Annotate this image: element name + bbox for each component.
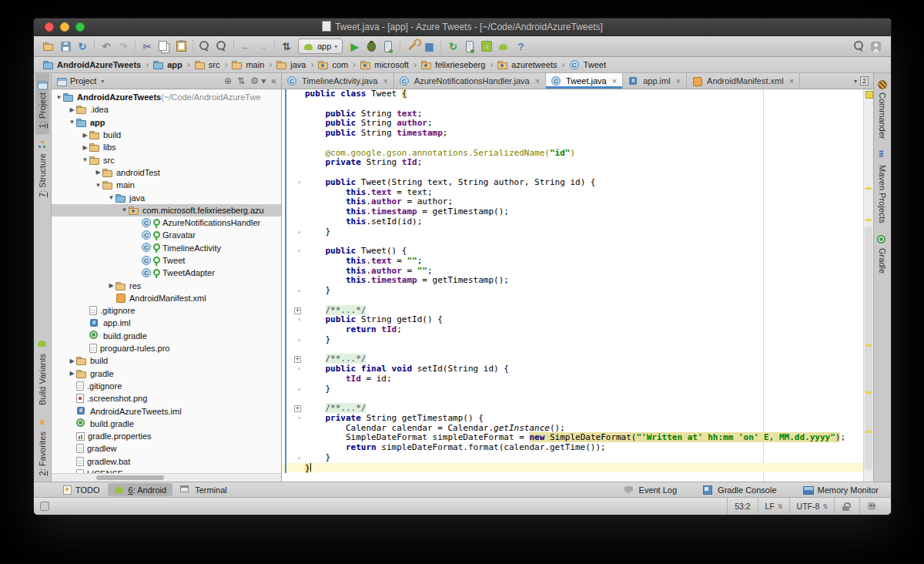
widget-gradle-console[interactable]: Gradle Console xyxy=(697,484,782,495)
paste-icon[interactable] xyxy=(172,39,189,54)
tree-item-androidazuretweets-iml[interactable]: AndroidAzureTweets.iml xyxy=(52,405,281,417)
widget-memory-monitor[interactable]: Memory Monitor xyxy=(797,484,885,495)
code-editor[interactable]: public class Tweet { public String text;… xyxy=(282,89,873,482)
breadcrumb-item[interactable]: com xyxy=(316,59,350,70)
tree-item-build[interactable]: ▶build xyxy=(52,354,281,367)
tree-item-tweet[interactable]: Tweet xyxy=(52,254,281,267)
breadcrumb-item[interactable]: app xyxy=(152,59,184,70)
tree-item-license[interactable]: LICENSE xyxy=(52,468,281,473)
search-everywhere-icon[interactable] xyxy=(851,39,868,54)
chevron-right-icon[interactable]: ▶ xyxy=(107,282,116,289)
fold-expand-icon[interactable]: + xyxy=(294,405,301,412)
attach-debugger-icon[interactable] xyxy=(380,39,397,54)
tree-item--idea[interactable]: ▶.idea xyxy=(52,103,281,116)
device-monitor-icon[interactable] xyxy=(461,39,478,54)
tree-item-proguard-rules-pro[interactable]: proguard-rules.pro xyxy=(52,342,281,354)
warning-stripe-mark[interactable] xyxy=(865,344,872,347)
avd-manager-icon[interactable] xyxy=(403,39,420,54)
tree-item-com-microsoft-felixrieseberg-azu[interactable]: ▼com.microsoft.felixrieseberg.azu xyxy=(52,204,281,217)
editor-tab-app-iml[interactable]: app.iml× xyxy=(623,73,687,89)
tree-item-res[interactable]: ▶res xyxy=(52,279,281,291)
locate-icon[interactable]: ⊕ xyxy=(224,76,232,86)
tree-item-main[interactable]: ▼main xyxy=(52,179,281,191)
breadcrumb-item[interactable]: java xyxy=(275,59,307,70)
chevron-right-icon[interactable]: ▶ xyxy=(81,132,89,139)
tree-item-androidazuretweets[interactable]: ▼AndroidAzureTweets (~/Code/AndroidAzure… xyxy=(52,91,281,103)
toolwindow-button--structure[interactable]: 7: Structure xyxy=(35,134,49,203)
close-tab-icon[interactable]: × xyxy=(612,76,617,86)
chevron-down-icon[interactable]: ▼ xyxy=(81,156,89,163)
cut-icon[interactable]: ✂ xyxy=(139,39,156,54)
toolwindow-button-commander[interactable]: Commander xyxy=(875,73,889,146)
tree-item-build-gradle[interactable]: build.gradle xyxy=(52,330,281,342)
tab-list-dropdown-icon[interactable]: ▾ xyxy=(854,78,857,85)
split-count-badge[interactable]: 2 xyxy=(860,76,869,86)
android-icon[interactable] xyxy=(495,39,512,54)
chevron-right-icon[interactable]: ▶ xyxy=(81,144,89,151)
toolwindow-button-build-variants[interactable]: Build Variants xyxy=(35,333,49,411)
chevron-right-icon[interactable]: ▶ xyxy=(68,358,76,364)
tree-item-androidmanifest-xml[interactable]: AndroidManifest.xml xyxy=(52,292,281,304)
encoding-widget[interactable]: UTF-8⇅ xyxy=(789,498,834,515)
editor-tab-androidmanifest-xml[interactable]: AndroidManifest.xml× xyxy=(687,73,800,89)
tree-item-src[interactable]: ▼src xyxy=(52,153,281,166)
warning-stripe-mark[interactable] xyxy=(865,391,872,394)
chevron-right-icon[interactable]: ▶ xyxy=(68,106,76,113)
tree-item--gitignore[interactable]: .gitignore xyxy=(52,380,281,392)
chevron-down-icon[interactable]: ▼ xyxy=(107,194,116,201)
chevron-right-icon[interactable]: ▶ xyxy=(94,169,102,176)
tree-item-gradlew-bat[interactable]: gradlew.bat xyxy=(52,455,281,468)
editor-scrollbar-thumb[interactable] xyxy=(865,227,872,470)
breadcrumb-item[interactable]: felixrieseberg xyxy=(420,59,487,70)
tree-item--screenshot-png[interactable]: .screenshot.png xyxy=(52,392,281,405)
redo-icon[interactable]: ↷ xyxy=(115,39,132,54)
line-separator-widget[interactable]: LF⇅ xyxy=(758,498,789,515)
close-tab-icon[interactable]: × xyxy=(789,76,794,86)
chevron-down-icon[interactable]: ▼ xyxy=(120,206,129,213)
warning-stripe-mark[interactable] xyxy=(865,431,872,433)
sort-icon[interactable]: ⇅ xyxy=(278,39,295,54)
scrollbar-thumb[interactable] xyxy=(96,475,164,480)
open-project-icon[interactable] xyxy=(40,39,57,54)
back-icon[interactable]: ← xyxy=(237,39,254,54)
project-view-dropdown[interactable]: Project▾ xyxy=(56,76,104,86)
error-stripe[interactable] xyxy=(863,89,873,482)
user-account-icon[interactable] xyxy=(868,39,885,54)
breadcrumb-item[interactable]: src xyxy=(193,59,222,70)
editor-tab-tweet-java[interactable]: Tweet.java× xyxy=(546,73,623,89)
tree-item-gradlew[interactable]: gradlew xyxy=(52,442,281,455)
undo-icon[interactable]: ↶ xyxy=(98,39,115,54)
warning-stripe-mark[interactable] xyxy=(865,187,872,190)
breadcrumb-item[interactable]: Tweet xyxy=(568,60,608,70)
toolwindow-button-6-android[interactable]: 6: Android xyxy=(108,483,173,496)
save-all-icon[interactable] xyxy=(57,39,74,54)
caret-position-widget[interactable]: 53:2 xyxy=(727,498,757,515)
chevron-right-icon[interactable]: ▶ xyxy=(68,370,76,377)
toolwindow-button-maven-projects[interactable]: Maven Projects xyxy=(875,146,889,230)
help-icon[interactable]: ? xyxy=(512,39,529,54)
tree-item-azurenotificationshandler[interactable]: AzureNotificationsHandler xyxy=(52,217,281,229)
toolwindow-button--project[interactable]: 1: Project xyxy=(35,73,49,134)
warning-stripe-mark[interactable] xyxy=(865,219,872,221)
tree-item-gradle[interactable]: ▶gradle xyxy=(52,368,281,380)
chevron-down-icon[interactable]: ▼ xyxy=(55,94,63,101)
virtual-device-icon[interactable]: ↓ xyxy=(478,39,495,54)
breadcrumb-item[interactable]: main xyxy=(230,59,266,70)
toolwindow-button-terminal[interactable]: Terminal xyxy=(174,484,233,495)
gradle-sync-icon[interactable]: ↻ xyxy=(444,39,461,54)
tree-item-gravatar[interactable]: Gravatar xyxy=(52,229,281,241)
tree-item-tweetadapter[interactable]: TweetAdapter xyxy=(52,267,281,279)
tree-item-timelineactivity[interactable]: TimelineActivity xyxy=(52,242,281,254)
breadcrumb-item[interactable]: microsoft xyxy=(359,59,410,70)
widget-event-log[interactable]: Event Log xyxy=(618,484,684,495)
chevron-down-icon[interactable]: ▼ xyxy=(68,119,76,126)
hide-panel-icon[interactable]: « xyxy=(271,76,276,86)
inspections-hector-widget[interactable] xyxy=(859,498,885,515)
tree-item--gitignore[interactable]: .gitignore xyxy=(52,304,281,317)
settings-gear-icon[interactable]: ⚙ ▾ xyxy=(250,76,266,86)
tree-item-gradle-properties[interactable]: gradle.properties xyxy=(52,430,281,442)
tree-item-build-gradle[interactable]: build.gradle xyxy=(52,418,281,430)
fold-expand-icon[interactable]: + xyxy=(294,307,301,314)
tree-item-java[interactable]: ▼java xyxy=(52,191,281,203)
toolwindow-toggle-icon[interactable] xyxy=(40,502,49,511)
